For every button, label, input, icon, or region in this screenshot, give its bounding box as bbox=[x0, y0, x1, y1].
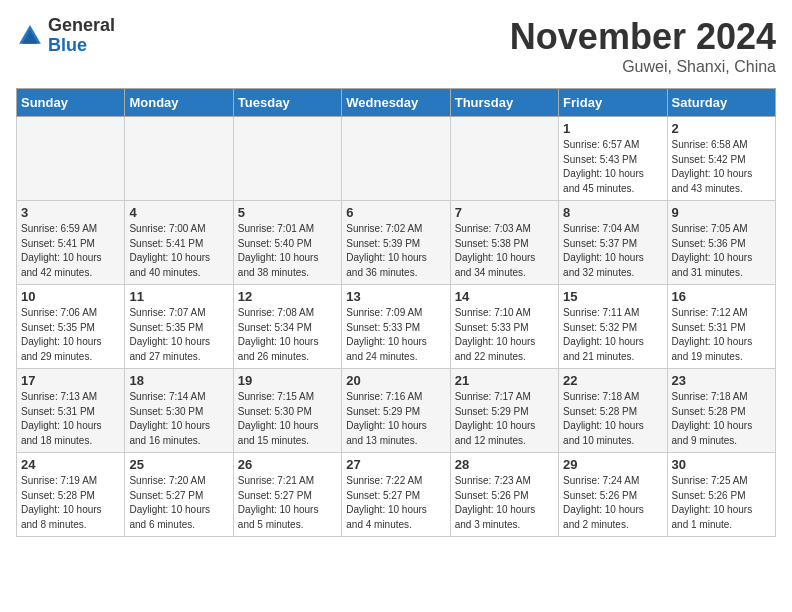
calendar-cell: 30Sunrise: 7:25 AMSunset: 5:26 PMDayligh… bbox=[667, 453, 775, 537]
weekday-header-sunday: Sunday bbox=[17, 89, 125, 117]
calendar-cell bbox=[17, 117, 125, 201]
calendar-cell: 3Sunrise: 6:59 AMSunset: 5:41 PMDaylight… bbox=[17, 201, 125, 285]
day-number: 25 bbox=[129, 457, 228, 472]
day-info: Sunrise: 7:22 AMSunset: 5:27 PMDaylight:… bbox=[346, 474, 445, 532]
calendar-cell: 14Sunrise: 7:10 AMSunset: 5:33 PMDayligh… bbox=[450, 285, 558, 369]
weekday-header-tuesday: Tuesday bbox=[233, 89, 341, 117]
day-info: Sunrise: 6:57 AMSunset: 5:43 PMDaylight:… bbox=[563, 138, 662, 196]
calendar-cell: 2Sunrise: 6:58 AMSunset: 5:42 PMDaylight… bbox=[667, 117, 775, 201]
day-number: 19 bbox=[238, 373, 337, 388]
day-info: Sunrise: 7:08 AMSunset: 5:34 PMDaylight:… bbox=[238, 306, 337, 364]
logo-general-text: General bbox=[48, 15, 115, 35]
calendar-cell: 7Sunrise: 7:03 AMSunset: 5:38 PMDaylight… bbox=[450, 201, 558, 285]
day-number: 27 bbox=[346, 457, 445, 472]
day-number: 15 bbox=[563, 289, 662, 304]
day-info: Sunrise: 7:10 AMSunset: 5:33 PMDaylight:… bbox=[455, 306, 554, 364]
day-info: Sunrise: 6:58 AMSunset: 5:42 PMDaylight:… bbox=[672, 138, 771, 196]
calendar-cell: 15Sunrise: 7:11 AMSunset: 5:32 PMDayligh… bbox=[559, 285, 667, 369]
calendar-cell: 25Sunrise: 7:20 AMSunset: 5:27 PMDayligh… bbox=[125, 453, 233, 537]
calendar-cell: 8Sunrise: 7:04 AMSunset: 5:37 PMDaylight… bbox=[559, 201, 667, 285]
day-number: 8 bbox=[563, 205, 662, 220]
week-row-1: 1Sunrise: 6:57 AMSunset: 5:43 PMDaylight… bbox=[17, 117, 776, 201]
calendar-cell: 23Sunrise: 7:18 AMSunset: 5:28 PMDayligh… bbox=[667, 369, 775, 453]
calendar-cell: 26Sunrise: 7:21 AMSunset: 5:27 PMDayligh… bbox=[233, 453, 341, 537]
calendar-cell bbox=[233, 117, 341, 201]
day-number: 7 bbox=[455, 205, 554, 220]
day-info: Sunrise: 7:23 AMSunset: 5:26 PMDaylight:… bbox=[455, 474, 554, 532]
calendar-cell bbox=[342, 117, 450, 201]
calendar-cell: 29Sunrise: 7:24 AMSunset: 5:26 PMDayligh… bbox=[559, 453, 667, 537]
calendar-cell bbox=[450, 117, 558, 201]
calendar-cell: 1Sunrise: 6:57 AMSunset: 5:43 PMDaylight… bbox=[559, 117, 667, 201]
logo-icon bbox=[16, 22, 44, 50]
day-info: Sunrise: 7:12 AMSunset: 5:31 PMDaylight:… bbox=[672, 306, 771, 364]
day-number: 2 bbox=[672, 121, 771, 136]
calendar-cell: 4Sunrise: 7:00 AMSunset: 5:41 PMDaylight… bbox=[125, 201, 233, 285]
weekday-header-friday: Friday bbox=[559, 89, 667, 117]
day-number: 6 bbox=[346, 205, 445, 220]
weekday-header-wednesday: Wednesday bbox=[342, 89, 450, 117]
week-row-4: 17Sunrise: 7:13 AMSunset: 5:31 PMDayligh… bbox=[17, 369, 776, 453]
day-number: 26 bbox=[238, 457, 337, 472]
calendar-cell: 9Sunrise: 7:05 AMSunset: 5:36 PMDaylight… bbox=[667, 201, 775, 285]
day-number: 1 bbox=[563, 121, 662, 136]
day-info: Sunrise: 7:24 AMSunset: 5:26 PMDaylight:… bbox=[563, 474, 662, 532]
day-info: Sunrise: 7:00 AMSunset: 5:41 PMDaylight:… bbox=[129, 222, 228, 280]
day-number: 10 bbox=[21, 289, 120, 304]
calendar-cell: 28Sunrise: 7:23 AMSunset: 5:26 PMDayligh… bbox=[450, 453, 558, 537]
calendar-cell: 20Sunrise: 7:16 AMSunset: 5:29 PMDayligh… bbox=[342, 369, 450, 453]
day-number: 29 bbox=[563, 457, 662, 472]
location-label: Guwei, Shanxi, China bbox=[510, 58, 776, 76]
day-number: 24 bbox=[21, 457, 120, 472]
day-number: 4 bbox=[129, 205, 228, 220]
calendar-table: SundayMondayTuesdayWednesdayThursdayFrid… bbox=[16, 88, 776, 537]
day-info: Sunrise: 7:17 AMSunset: 5:29 PMDaylight:… bbox=[455, 390, 554, 448]
day-number: 16 bbox=[672, 289, 771, 304]
calendar-cell: 5Sunrise: 7:01 AMSunset: 5:40 PMDaylight… bbox=[233, 201, 341, 285]
calendar-cell: 16Sunrise: 7:12 AMSunset: 5:31 PMDayligh… bbox=[667, 285, 775, 369]
week-row-3: 10Sunrise: 7:06 AMSunset: 5:35 PMDayligh… bbox=[17, 285, 776, 369]
day-number: 23 bbox=[672, 373, 771, 388]
day-number: 18 bbox=[129, 373, 228, 388]
calendar-cell: 18Sunrise: 7:14 AMSunset: 5:30 PMDayligh… bbox=[125, 369, 233, 453]
week-row-5: 24Sunrise: 7:19 AMSunset: 5:28 PMDayligh… bbox=[17, 453, 776, 537]
day-info: Sunrise: 7:25 AMSunset: 5:26 PMDaylight:… bbox=[672, 474, 771, 532]
day-number: 28 bbox=[455, 457, 554, 472]
calendar-cell: 27Sunrise: 7:22 AMSunset: 5:27 PMDayligh… bbox=[342, 453, 450, 537]
day-info: Sunrise: 7:11 AMSunset: 5:32 PMDaylight:… bbox=[563, 306, 662, 364]
day-info: Sunrise: 7:06 AMSunset: 5:35 PMDaylight:… bbox=[21, 306, 120, 364]
day-number: 21 bbox=[455, 373, 554, 388]
day-number: 17 bbox=[21, 373, 120, 388]
day-number: 13 bbox=[346, 289, 445, 304]
month-title: November 2024 bbox=[510, 16, 776, 58]
logo: General Blue bbox=[16, 16, 115, 56]
day-number: 3 bbox=[21, 205, 120, 220]
calendar-cell: 10Sunrise: 7:06 AMSunset: 5:35 PMDayligh… bbox=[17, 285, 125, 369]
calendar-cell: 6Sunrise: 7:02 AMSunset: 5:39 PMDaylight… bbox=[342, 201, 450, 285]
day-info: Sunrise: 7:07 AMSunset: 5:35 PMDaylight:… bbox=[129, 306, 228, 364]
day-number: 9 bbox=[672, 205, 771, 220]
day-info: Sunrise: 6:59 AMSunset: 5:41 PMDaylight:… bbox=[21, 222, 120, 280]
day-number: 14 bbox=[455, 289, 554, 304]
day-info: Sunrise: 7:03 AMSunset: 5:38 PMDaylight:… bbox=[455, 222, 554, 280]
calendar-cell bbox=[125, 117, 233, 201]
day-number: 22 bbox=[563, 373, 662, 388]
calendar-cell: 22Sunrise: 7:18 AMSunset: 5:28 PMDayligh… bbox=[559, 369, 667, 453]
day-info: Sunrise: 7:18 AMSunset: 5:28 PMDaylight:… bbox=[563, 390, 662, 448]
day-info: Sunrise: 7:02 AMSunset: 5:39 PMDaylight:… bbox=[346, 222, 445, 280]
calendar-cell: 19Sunrise: 7:15 AMSunset: 5:30 PMDayligh… bbox=[233, 369, 341, 453]
day-info: Sunrise: 7:04 AMSunset: 5:37 PMDaylight:… bbox=[563, 222, 662, 280]
calendar-cell: 21Sunrise: 7:17 AMSunset: 5:29 PMDayligh… bbox=[450, 369, 558, 453]
day-number: 20 bbox=[346, 373, 445, 388]
day-info: Sunrise: 7:16 AMSunset: 5:29 PMDaylight:… bbox=[346, 390, 445, 448]
day-number: 11 bbox=[129, 289, 228, 304]
week-row-2: 3Sunrise: 6:59 AMSunset: 5:41 PMDaylight… bbox=[17, 201, 776, 285]
day-info: Sunrise: 7:05 AMSunset: 5:36 PMDaylight:… bbox=[672, 222, 771, 280]
day-info: Sunrise: 7:15 AMSunset: 5:30 PMDaylight:… bbox=[238, 390, 337, 448]
calendar-cell: 12Sunrise: 7:08 AMSunset: 5:34 PMDayligh… bbox=[233, 285, 341, 369]
weekday-header-thursday: Thursday bbox=[450, 89, 558, 117]
title-block: November 2024 Guwei, Shanxi, China bbox=[510, 16, 776, 76]
weekday-header-row: SundayMondayTuesdayWednesdayThursdayFrid… bbox=[17, 89, 776, 117]
day-info: Sunrise: 7:20 AMSunset: 5:27 PMDaylight:… bbox=[129, 474, 228, 532]
day-info: Sunrise: 7:19 AMSunset: 5:28 PMDaylight:… bbox=[21, 474, 120, 532]
